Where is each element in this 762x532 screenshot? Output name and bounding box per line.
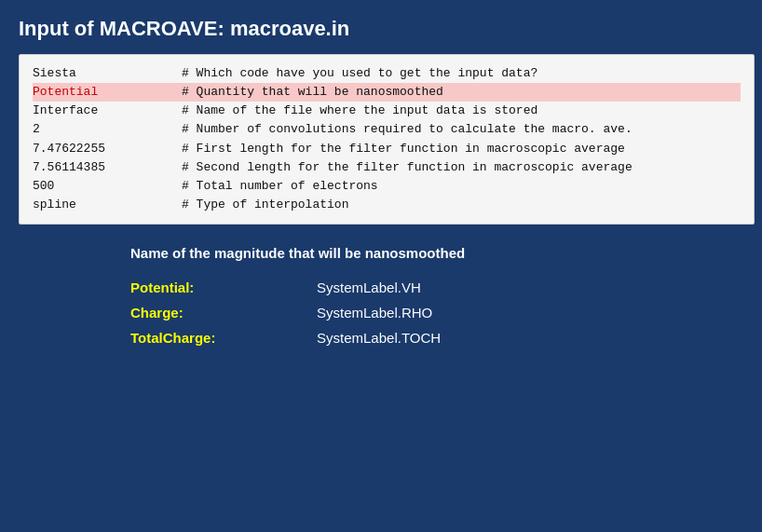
option-value: SystemLabel.TOCH bbox=[317, 330, 441, 346]
code-row: spline# Type of interpolation bbox=[33, 196, 741, 214]
code-row: 7.56114385# Second length for the filter… bbox=[33, 158, 741, 177]
option-value: SystemLabel.RHO bbox=[317, 305, 432, 321]
code-comment: # Second length for the filter function … bbox=[182, 158, 741, 177]
code-key: Siesta bbox=[33, 64, 182, 83]
code-comment: # Quantity that will be nanosmoothed bbox=[182, 83, 741, 102]
code-key: Potential bbox=[33, 83, 182, 102]
code-block: Siesta# Which code have you used to get … bbox=[19, 54, 755, 225]
code-row: 2# Number of convolutions required to ca… bbox=[33, 120, 741, 139]
description-title: Name of the magnitude that will be nanos… bbox=[130, 245, 743, 261]
option-key: Potential: bbox=[130, 280, 317, 295]
code-key: 7.47622255 bbox=[33, 140, 182, 158]
code-comment: # First length for the filter function i… bbox=[182, 140, 741, 158]
page-container: Input of MACROAVE: macroave.in Siesta# W… bbox=[0, 0, 762, 532]
code-key: 500 bbox=[33, 177, 182, 196]
page-title: Input of MACROAVE: macroave.in bbox=[19, 17, 743, 41]
option-value: SystemLabel.VH bbox=[317, 280, 421, 295]
description-section: Name of the magnitude that will be nanos… bbox=[19, 245, 743, 346]
option-key: Charge: bbox=[130, 305, 317, 321]
options-table: Potential:SystemLabel.VHCharge:SystemLab… bbox=[130, 280, 743, 346]
code-row: Interface# Name of the file where the in… bbox=[33, 102, 741, 120]
code-comment: # Number of convolutions required to cal… bbox=[182, 120, 741, 139]
code-key: 7.56114385 bbox=[33, 158, 182, 177]
code-comment: # Type of interpolation bbox=[182, 196, 741, 214]
code-key: Interface bbox=[33, 102, 182, 120]
option-row: TotalCharge:SystemLabel.TOCH bbox=[130, 330, 743, 346]
code-comment: # Name of the file where the input data … bbox=[182, 102, 741, 120]
code-key: spline bbox=[33, 196, 182, 214]
code-row: Siesta# Which code have you used to get … bbox=[33, 64, 741, 83]
code-comment: # Total number of electrons bbox=[182, 177, 741, 196]
code-row: 7.47622255# First length for the filter … bbox=[33, 140, 741, 158]
code-row: Potential# Quantity that will be nanosmo… bbox=[33, 83, 741, 102]
code-row: 500# Total number of electrons bbox=[33, 177, 741, 196]
code-comment: # Which code have you used to get the in… bbox=[182, 64, 741, 83]
option-row: Charge:SystemLabel.RHO bbox=[130, 305, 743, 321]
option-row: Potential:SystemLabel.VH bbox=[130, 280, 743, 295]
option-key: TotalCharge: bbox=[130, 330, 317, 346]
code-key: 2 bbox=[33, 120, 182, 139]
